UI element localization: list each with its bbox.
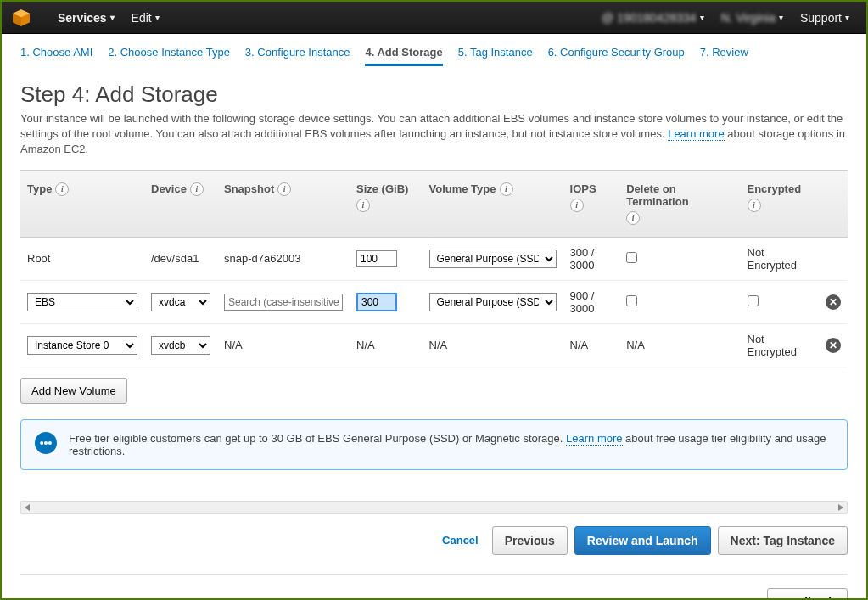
cell-iops: 300 / 3000 (563, 237, 620, 280)
delete-on-term-checkbox[interactable] (626, 252, 637, 263)
size-input[interactable] (356, 250, 397, 267)
info-icon[interactable]: i (277, 182, 291, 196)
topbar: Services ▾ Edit ▾ @ 190180428334 ▾ N. Vi… (2, 2, 866, 34)
learn-more-link[interactable]: Learn more (668, 127, 724, 141)
type-select[interactable]: Instance Store 0 (27, 336, 137, 355)
region-label: N. Virginia (721, 11, 776, 25)
size-input[interactable] (356, 293, 397, 311)
cell-size: N/A (350, 323, 423, 367)
account-label: @ 190180428334 (602, 11, 697, 25)
cell-type: Root (20, 237, 144, 280)
th-iops: IOPS (570, 182, 596, 195)
th-type: Type (27, 182, 52, 195)
cell-iops: N/A (563, 323, 620, 367)
info-icon[interactable]: i (55, 182, 69, 196)
services-menu[interactable]: Services ▾ (49, 11, 123, 25)
account-menu[interactable]: @ 190180428334 ▾ (593, 11, 713, 25)
previous-button[interactable]: Previous (492, 526, 568, 555)
banner-text: Free tier eligible customers can get up … (69, 432, 833, 457)
snapshot-search-input[interactable] (224, 294, 343, 311)
encrypted-checkbox[interactable] (748, 295, 759, 306)
tab-security-group[interactable]: 6. Configure Security Group (548, 46, 685, 66)
horizontal-scrollbar[interactable] (20, 501, 848, 514)
edit-label: Edit (132, 11, 152, 25)
device-select[interactable]: xvdcb (151, 336, 210, 355)
cell-volume-type: N/A (423, 323, 563, 367)
cell-delete: N/A (619, 323, 740, 367)
type-select[interactable]: EBS (27, 293, 137, 311)
th-volume-type: Volume Type (429, 182, 496, 195)
next-button[interactable]: Next: Tag Instance (718, 526, 848, 555)
tab-choose-ami[interactable]: 1. Choose AMI (20, 46, 92, 66)
banner-learn-more-link[interactable]: Learn more (566, 432, 622, 446)
info-bubble-icon: ••• (35, 432, 57, 454)
cell-encrypted: Not Encrypted (741, 237, 819, 280)
page-title: Step 4: Add Storage (20, 81, 848, 108)
support-label: Support (800, 11, 842, 25)
table-row: Root /dev/sda1 snap-d7a62003 General Pur… (20, 237, 848, 280)
caret-down-icon: ▾ (700, 13, 704, 22)
support-menu[interactable]: Support ▾ (792, 11, 858, 25)
cell-snapshot: N/A (217, 323, 350, 367)
region-menu[interactable]: N. Virginia ▾ (713, 11, 792, 25)
page-description: Your instance will be launched with the … (20, 111, 848, 158)
th-encrypted: Encrypted (748, 182, 802, 195)
cell-device: /dev/sda1 (144, 237, 217, 280)
table-row: EBS xvdca General Purpose (SSD) 900 / 30… (20, 280, 848, 323)
add-new-volume-button[interactable]: Add New Volume (20, 378, 127, 404)
content: Step 4: Add Storage Your instance will b… (2, 73, 866, 470)
info-icon[interactable]: i (626, 211, 640, 225)
tab-review[interactable]: 7. Review (700, 46, 748, 66)
tab-tag-instance[interactable]: 5. Tag Instance (458, 46, 533, 66)
privacy-policy-link[interactable]: Privacy Policy (356, 597, 413, 600)
feedback-button[interactable]: Feedback (767, 588, 848, 600)
action-bar: Cancel Previous Review and Launch Next: … (2, 514, 866, 567)
copyright: © 2008 - 2014, Amazon Web Services, Inc.… (20, 597, 340, 600)
volume-type-select[interactable]: General Purpose (SSD) (429, 293, 557, 311)
device-select[interactable]: xvdca (151, 293, 210, 311)
caret-down-icon: ▾ (155, 13, 160, 22)
free-tier-banner: ••• Free tier eligible customers can get… (20, 419, 848, 470)
th-size: Size (GiB) (356, 182, 408, 195)
cell-iops: 900 / 3000 (563, 280, 620, 323)
cancel-link[interactable]: Cancel (442, 534, 479, 547)
info-icon[interactable]: i (356, 199, 370, 212)
th-snapshot: Snapshot (224, 182, 274, 195)
cell-snapshot: snap-d7a62003 (217, 237, 350, 280)
services-label: Services (58, 11, 107, 25)
delete-on-term-checkbox[interactable] (626, 295, 637, 306)
info-icon[interactable]: i (500, 182, 513, 196)
remove-row-button[interactable]: ✕ (826, 338, 841, 353)
tab-choose-instance-type[interactable]: 2. Choose Instance Type (108, 46, 230, 66)
th-device: Device (151, 182, 187, 195)
edit-menu[interactable]: Edit ▾ (123, 11, 168, 25)
aws-logo (10, 7, 32, 29)
info-icon[interactable]: i (190, 182, 204, 196)
terms-of-use-link[interactable]: Terms of Use (428, 597, 484, 600)
wizard-tabs: 1. Choose AMI 2. Choose Instance Type 3.… (2, 34, 866, 73)
info-icon[interactable]: i (570, 199, 584, 212)
volume-type-select[interactable]: General Purpose (SSD) (429, 250, 557, 268)
caret-down-icon: ▾ (845, 13, 849, 22)
caret-down-icon: ▾ (110, 13, 115, 22)
table-row: Instance Store 0 xvdcb N/A N/A N/A N/A N… (20, 323, 848, 367)
remove-row-button[interactable]: ✕ (826, 294, 841, 310)
caret-down-icon: ▾ (779, 13, 783, 22)
footer: © 2008 - 2014, Amazon Web Services, Inc.… (20, 574, 848, 600)
info-icon[interactable]: i (748, 199, 761, 212)
tab-configure-instance[interactable]: 3. Configure Instance (245, 46, 350, 66)
th-delete: Delete on Termination (626, 182, 733, 208)
tab-add-storage[interactable]: 4. Add Storage (365, 46, 442, 66)
storage-table: Type i Device i Snapshot i Size (GiB) i … (20, 170, 848, 367)
review-and-launch-button[interactable]: Review and Launch (574, 526, 711, 555)
cell-encrypted: Not Encrypted (741, 323, 819, 367)
